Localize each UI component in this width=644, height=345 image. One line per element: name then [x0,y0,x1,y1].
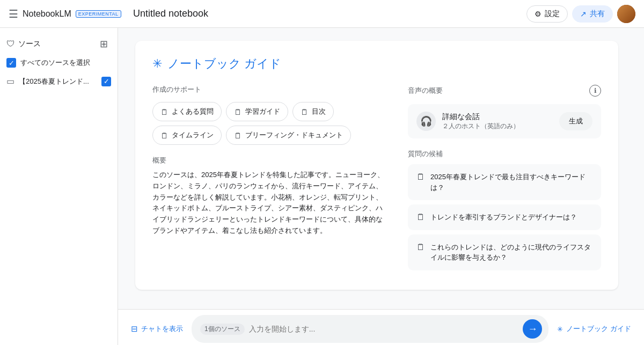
chat-toggle-label: チャトを表示 [141,324,183,334]
chat-icon: ⊟ [131,324,138,334]
checkmark-icon: ✓ [9,60,14,67]
notebook-title[interactable]: Untitled notebook [133,8,520,19]
share-icon: ↗ [580,10,587,18]
bottom-bar: ⊟ チャトを表示 1個のソース → ✳ ノートブック ガイド [118,309,644,345]
source-checkbox[interactable]: ✓ [101,77,111,86]
sources-label: ソース [18,39,41,49]
select-all-checkbox[interactable]: ✓ [6,58,16,68]
info-icon[interactable]: ℹ [589,85,601,97]
source-item-label: 【2025春夏トレンド... [19,77,89,86]
question-text-3: これらのトレンドは、どのように現代のライフスタイルに影響を与えるか？ [430,242,592,263]
question-text-2: トレンドを牽引するブランドとデザイナーは？ [430,212,577,223]
avatar-image [617,5,635,23]
logo-text: NotebookLM [23,9,71,19]
question-icon: 🗒 [416,243,425,252]
guide-title: ノートブック ガイド [167,56,281,72]
chat-toggle[interactable]: ⊟ チャトを表示 [131,324,183,334]
doc-icon: 🗒 [160,131,169,140]
star-icon: ✳ [557,325,563,333]
audio-card-title: 詳細な会話 [442,112,553,122]
app-body: 🛡 ソース ⊞ ✓ すべてのソースを選択 ▭ 【2025春夏トレンド... ✓ [0,28,644,345]
audio-title: 音声の概要 [408,86,443,96]
question-card-1[interactable]: 🗒 2025年春夏トレンドで最も注目すべきキーワードは？ [408,164,601,200]
settings-button[interactable]: ⚙ 設定 [526,5,568,23]
generate-button[interactable]: 生成 [559,112,592,130]
summary-section: 概要 このソースは、2025年春夏トレンドを特集した記事です。ニューヨーク、ロン… [152,156,386,237]
star-icon: ✳ [152,57,162,71]
doc-icon: 🗒 [234,131,242,140]
sources-icon: 🛡 [6,39,15,49]
source-item[interactable]: ▭ 【2025春夏トレンド... ✓ [6,74,111,89]
main-content: ✳ ノートブック ガイド 作成のサポート 🗒 よくある質問 🗒 学習ガイド [118,28,644,345]
header-left: ☰ NotebookLM EXPERIMENTAL [9,8,127,20]
audio-card: 🎧 詳細な会話 ２人のホスト（英語のみ） 生成 [408,104,601,138]
select-all-label: すべてのソースを選択 [20,58,90,68]
add-source-button[interactable]: ⊞ [96,36,111,52]
menu-icon[interactable]: ☰ [9,8,18,20]
question-icon: 🗒 [416,172,425,182]
doc-icon: 🗒 [160,107,169,116]
sidebar-title-row: 🛡 ソース [6,39,41,49]
faq-button[interactable]: 🗒 よくある質問 [152,102,222,121]
audio-section-header: 音声の概要 ℹ [408,85,601,97]
guide-header: ✳ ノートブック ガイド [152,56,601,72]
question-card-2[interactable]: 🗒 トレンドを牽引するブランドとデザイナーは？ [408,204,601,230]
send-button[interactable]: → [523,319,542,339]
summary-text: このソースは、2025年春夏トレンドを特集した記事です。ニューヨーク、ロンドン、… [152,170,386,237]
summary-label: 概要 [152,156,386,165]
input-container: 1個のソース → [192,315,548,343]
share-button[interactable]: ↗ 共有 [572,5,613,23]
sidebar-header: 🛡 ソース ⊞ [6,36,111,52]
toc-button[interactable]: 🗒 目次 [292,102,334,121]
document-icon: ▭ [6,76,14,86]
sidebar: 🛡 ソース ⊞ ✓ すべてのソースを選択 ▭ 【2025春夏トレンド... ✓ [0,28,118,345]
audio-icon: 🎧 [416,112,436,131]
doc-icon: 🗒 [234,107,242,116]
send-icon: → [528,324,537,335]
avatar[interactable] [617,5,635,23]
select-all-row[interactable]: ✓ すべてのソースを選択 [6,58,111,68]
audio-card-sub: ２人のホスト（英語のみ） [442,122,553,131]
study-guide-button[interactable]: 🗒 学習ガイド [226,102,288,121]
app-header: ☰ NotebookLM EXPERIMENTAL Untitled noteb… [0,0,644,28]
question-card-3[interactable]: 🗒 これらのトレンドは、どのように現代のライフスタイルに影響を与えるか？ [408,234,601,270]
gear-icon: ⚙ [535,10,541,18]
guide-left: 作成のサポート 🗒 よくある質問 🗒 学習ガイド 🗒 目次 [152,85,386,275]
action-buttons: 🗒 よくある質問 🗒 学習ガイド 🗒 目次 🗒 [152,102,386,145]
header-actions: ⚙ 設定 ↗ 共有 [526,5,635,23]
briefing-button[interactable]: 🗒 ブリーフィング・ドキュメント [226,126,351,145]
audio-card-content: 詳細な会話 ２人のホスト（英語のみ） [442,112,553,131]
source-count-badge: 1個のソース [200,324,245,335]
chat-input[interactable] [249,325,519,333]
question-icon: 🗒 [416,212,425,222]
plus-icon: ⊞ [100,38,108,50]
guide-card: ✳ ノートブック ガイド 作成のサポート 🗒 よくある質問 🗒 学習ガイド [135,41,618,290]
creation-support-title: 作成のサポート [152,85,386,94]
questions-title: 質問の候補 [408,149,601,159]
checkmark-icon: ✓ [104,78,109,85]
notebook-guide-btn[interactable]: ✳ ノートブック ガイド [557,324,631,334]
guide-right: 音声の概要 ℹ 🎧 詳細な会話 ２人のホスト（英語のみ） 生成 質問の候補 [408,85,601,275]
timeline-button[interactable]: 🗒 タイムライン [152,126,222,145]
guide-body: 作成のサポート 🗒 よくある質問 🗒 学習ガイド 🗒 目次 [152,85,601,275]
logo-badge: EXPERIMENTAL [76,10,121,18]
doc-icon: 🗒 [301,107,309,116]
question-text-1: 2025年春夏トレンドで最も注目すべきキーワードは？ [430,172,592,193]
